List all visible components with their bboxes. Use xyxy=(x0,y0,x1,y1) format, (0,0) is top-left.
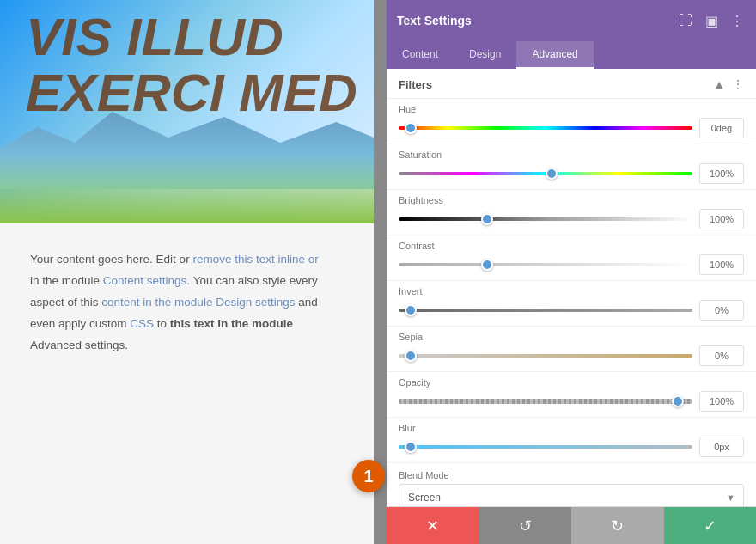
saturation-value[interactable]: 100% xyxy=(699,163,744,184)
sepia-track xyxy=(399,354,692,358)
bottom-toolbar: ✕ ↺ ↻ ✓ xyxy=(387,506,756,544)
save-button[interactable]: ✓ xyxy=(664,507,757,544)
panel-title: Text Settings xyxy=(397,14,472,28)
contrast-track xyxy=(399,263,692,266)
more-icon[interactable]: ⋮ xyxy=(729,12,746,29)
sepia-value[interactable]: 0% xyxy=(699,345,744,366)
sepia-label: Sepia xyxy=(399,332,744,342)
content-link[interactable]: content in the module Design settings xyxy=(101,296,295,309)
sepia-thumb[interactable] xyxy=(405,350,417,362)
tabs-bar: Content Design Advanced xyxy=(387,41,756,69)
saturation-label: Saturation xyxy=(399,150,744,160)
blend-mode-select-wrapper: Screen Normal Multiply Overlay Darken Li… xyxy=(399,484,744,506)
brightness-track xyxy=(399,217,692,221)
layout-icon[interactable]: ▣ xyxy=(703,12,720,29)
hue-label: Hue xyxy=(399,104,744,114)
sepia-controls: 0% xyxy=(399,345,744,366)
blur-value[interactable]: 0px xyxy=(699,437,744,457)
blend-mode-row: Blend Mode Screen Normal Multiply Overla… xyxy=(387,463,756,506)
blend-mode-select[interactable]: Screen Normal Multiply Overlay Darken Li… xyxy=(399,484,744,506)
reset-icon: ↺ xyxy=(519,516,532,535)
step-badge-1: 1 xyxy=(352,460,385,492)
hero-image-overlay xyxy=(0,155,374,223)
saturation-thumb[interactable] xyxy=(546,168,558,180)
redo-icon: ↻ xyxy=(611,516,624,535)
remove-link[interactable]: remove this text inline or xyxy=(192,253,318,266)
invert-track xyxy=(399,309,692,312)
filters-area: Filters ▲ ⋮ Hue 0deg Saturation xyxy=(387,69,756,506)
fullscreen-icon[interactable]: ⛶ xyxy=(677,12,694,29)
content-settings-link[interactable]: Content settings. xyxy=(103,274,190,287)
invert-thumb[interactable] xyxy=(405,304,417,316)
brightness-slider[interactable] xyxy=(399,212,692,226)
filters-header: Filters ▲ ⋮ xyxy=(387,69,756,99)
opacity-controls: 100% xyxy=(399,391,744,412)
opacity-slider[interactable] xyxy=(399,394,692,408)
brightness-controls: 100% xyxy=(399,209,744,229)
reset-button[interactable]: ↺ xyxy=(479,507,572,544)
brightness-thumb[interactable] xyxy=(481,213,493,225)
invert-slider[interactable] xyxy=(399,303,692,317)
hue-track xyxy=(399,126,692,130)
blur-slider[interactable] xyxy=(399,440,692,454)
brightness-label: Brightness xyxy=(399,195,744,205)
body-text: Your content goes here. Edit or remove t… xyxy=(30,249,344,357)
tab-advanced[interactable]: Advanced xyxy=(516,41,593,69)
filter-blur: Blur 0px xyxy=(387,418,756,463)
blur-track xyxy=(399,445,692,449)
collapse-icon[interactable]: ▲ xyxy=(713,77,725,91)
tab-design[interactable]: Design xyxy=(454,41,516,69)
hue-controls: 0deg xyxy=(399,118,744,138)
opacity-track xyxy=(399,399,692,404)
filter-options-icon[interactable]: ⋮ xyxy=(732,77,744,91)
save-icon: ✓ xyxy=(704,516,716,535)
tab-content[interactable]: Content xyxy=(387,41,454,69)
blend-mode-label: Blend Mode xyxy=(399,470,744,480)
opacity-thumb[interactable] xyxy=(672,395,684,407)
saturation-slider[interactable] xyxy=(399,167,692,180)
filter-contrast: Contrast 100% xyxy=(387,235,756,281)
content-area: Your content goes here. Edit or remove t… xyxy=(0,223,374,544)
cancel-button[interactable]: ✕ xyxy=(387,507,479,544)
filter-brightness: Brightness 100% xyxy=(387,190,756,235)
hero-text: VIS ILLUD EXERCI MED xyxy=(26,9,374,120)
contrast-label: Contrast xyxy=(399,241,744,251)
filter-sepia: Sepia 0% xyxy=(387,327,756,372)
invert-value[interactable]: 0% xyxy=(699,300,744,321)
hue-value[interactable]: 0deg xyxy=(699,118,744,138)
opacity-label: Opacity xyxy=(399,377,744,388)
contrast-thumb[interactable] xyxy=(481,259,493,271)
invert-controls: 0% xyxy=(399,300,744,321)
filter-invert: Invert 0% xyxy=(387,281,756,327)
brightness-value[interactable]: 100% xyxy=(699,209,744,229)
css-link[interactable]: CSS xyxy=(130,317,154,330)
filters-header-icons: ▲ ⋮ xyxy=(713,77,744,91)
filters-title: Filters xyxy=(399,78,432,91)
contrast-controls: 100% xyxy=(399,254,744,275)
invert-label: Invert xyxy=(399,286,744,296)
filter-hue: Hue 0deg xyxy=(387,99,756,144)
panel-header: Text Settings ⛶ ▣ ⋮ xyxy=(387,0,756,41)
filter-opacity: Opacity 100% xyxy=(387,372,756,418)
text-settings-panel: Text Settings ⛶ ▣ ⋮ Content Design Advan… xyxy=(387,0,756,544)
sepia-slider[interactable] xyxy=(399,349,692,363)
cancel-icon: ✕ xyxy=(426,516,439,535)
saturation-controls: 100% xyxy=(399,163,744,184)
hero-image: VIS ILLUD EXERCI MED xyxy=(0,0,374,223)
redo-button[interactable]: ↻ xyxy=(571,507,664,544)
contrast-slider[interactable] xyxy=(399,258,692,272)
header-icons: ⛶ ▣ ⋮ xyxy=(677,12,746,29)
opacity-value[interactable]: 100% xyxy=(699,391,744,412)
hue-slider[interactable] xyxy=(399,121,692,135)
blur-controls: 0px xyxy=(399,437,744,457)
contrast-value[interactable]: 100% xyxy=(699,254,744,275)
left-content-panel: VIS ILLUD EXERCI MED Your content goes h… xyxy=(0,0,374,544)
filter-saturation: Saturation 100% xyxy=(387,144,756,190)
blur-thumb[interactable] xyxy=(405,441,417,453)
hue-thumb[interactable] xyxy=(405,122,417,134)
blur-label: Blur xyxy=(399,423,744,433)
